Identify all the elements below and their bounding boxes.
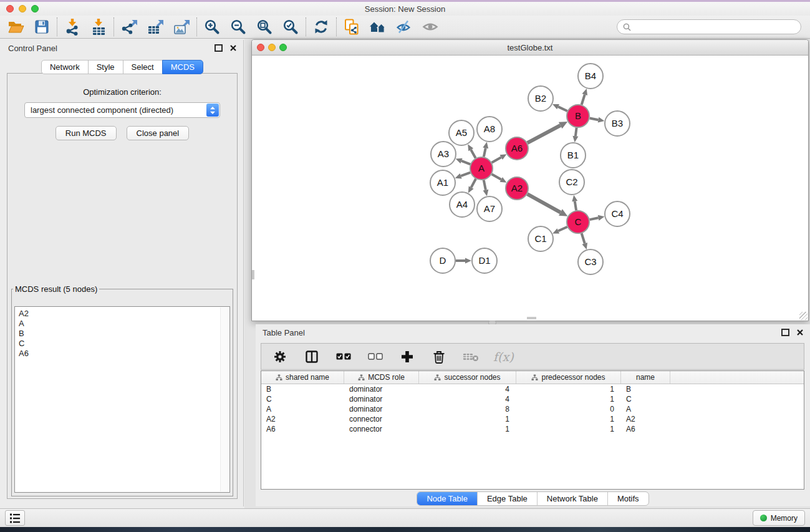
save-session-icon[interactable] <box>32 17 51 36</box>
zoom-fit-icon[interactable] <box>255 17 274 36</box>
hide-selected-eye-slash-icon[interactable] <box>395 17 413 36</box>
close-table-panel-icon[interactable] <box>797 329 803 336</box>
graph-node-c2[interactable]: C2 <box>559 170 584 195</box>
graph-edge-A-A2[interactable] <box>492 174 507 182</box>
network-canvas[interactable]: AA1A2A3A4A5A6A7A8BB1B2B3B4CC1C2C3C4DD1 <box>252 56 808 321</box>
table-row-c[interactable]: Cdominator41C <box>261 394 804 404</box>
graph-node-a8[interactable]: A8 <box>477 117 502 142</box>
graph-node-b3[interactable]: B3 <box>605 111 630 136</box>
graph-node-c3[interactable]: C3 <box>578 249 603 274</box>
search-field[interactable] <box>617 19 801 34</box>
table-row-a2[interactable]: A2connector11A2 <box>261 414 804 424</box>
graph-edge-C-C1[interactable] <box>552 227 567 234</box>
deselect-all-checkboxes-icon[interactable] <box>366 347 385 366</box>
cell-successor-nodes[interactable]: 8 <box>419 405 516 414</box>
close-panel-icon[interactable] <box>230 45 236 51</box>
cell-predecessor-nodes[interactable]: 0 <box>516 405 621 414</box>
column-header-predecessor-nodes[interactable]: predecessor nodes <box>516 371 621 384</box>
float-table-panel-icon[interactable] <box>781 329 789 336</box>
graph-node-d1[interactable]: D1 <box>472 248 497 273</box>
table-row-a[interactable]: Adominator80A <box>261 404 804 414</box>
cell-predecessor-nodes[interactable]: 1 <box>516 385 621 394</box>
graph-node-a3[interactable]: A3 <box>431 142 456 167</box>
graph-node-d[interactable]: D <box>430 248 455 273</box>
graph-edge-A-A6[interactable] <box>492 154 507 162</box>
open-session-icon[interactable] <box>6 17 25 36</box>
graph-edge-A-A7[interactable] <box>483 180 489 196</box>
graph-edge-A2-C[interactable] <box>528 194 568 216</box>
cell-shared-name[interactable]: B <box>261 385 344 394</box>
cell-shared-name[interactable]: C <box>261 395 344 404</box>
table-row-b[interactable]: Bdominator41B <box>261 384 804 394</box>
cell-predecessor-nodes[interactable]: 1 <box>516 415 621 423</box>
cell-successor-nodes[interactable]: 4 <box>419 395 516 404</box>
cell-successor-nodes[interactable]: 1 <box>419 415 516 423</box>
export-table-icon[interactable] <box>146 17 165 36</box>
cell-mcds-role[interactable]: dominator <box>344 395 419 404</box>
tab-motifs[interactable]: Motifs <box>607 492 648 505</box>
horizontal-scroll-indicator[interactable] <box>527 317 536 319</box>
export-network-icon[interactable] <box>120 17 138 36</box>
table-settings-gear-icon[interactable] <box>271 347 289 366</box>
graph-edge-B-B3[interactable] <box>590 117 605 123</box>
graph-node-b4[interactable]: B4 <box>578 64 603 89</box>
control-tab-mcds[interactable]: MCDS <box>162 60 203 74</box>
column-header-successor-nodes[interactable]: successor nodes <box>419 371 516 384</box>
task-history-button[interactable] <box>5 510 25 526</box>
graph-node-c4[interactable]: C4 <box>605 201 630 226</box>
cell-mcds-role[interactable]: connector <box>344 425 419 433</box>
cell-name[interactable]: B <box>621 385 670 394</box>
cell-mcds-role[interactable]: dominator <box>344 385 419 394</box>
import-network-icon[interactable] <box>63 17 82 36</box>
column-layout-icon[interactable] <box>302 347 321 366</box>
mcds-result-item-c[interactable]: C <box>19 339 226 349</box>
graph-node-b2[interactable]: B2 <box>528 86 553 111</box>
graph-edge-A6-B[interactable] <box>528 122 567 143</box>
graph-edge-B-B4[interactable] <box>582 89 587 105</box>
result-list-scrollbar[interactable] <box>220 307 229 491</box>
zoom-selected-icon[interactable] <box>281 17 300 36</box>
mcds-result-item-a6[interactable]: A6 <box>19 349 226 359</box>
network-minimize-button[interactable] <box>268 44 276 51</box>
zoom-out-icon[interactable] <box>229 17 248 36</box>
graph-node-b[interactable]: B <box>567 105 589 127</box>
mcds-result-item-a2[interactable]: A2 <box>19 309 226 319</box>
cell-name[interactable]: A2 <box>621 415 670 423</box>
graph-node-a5[interactable]: A5 <box>449 120 474 145</box>
cell-successor-nodes[interactable]: 1 <box>419 425 516 433</box>
cell-mcds-role[interactable]: dominator <box>344 405 419 414</box>
select-all-checkboxes-icon[interactable] <box>334 347 353 366</box>
optimization-criterion-select[interactable]: largest connected component (directed) <box>24 102 220 118</box>
cell-mcds-role[interactable]: connector <box>344 415 419 423</box>
graph-edge-D-D1[interactable] <box>456 258 471 264</box>
graph-node-a1[interactable]: A1 <box>430 170 455 195</box>
run-mcds-button[interactable]: Run MCDS <box>55 126 117 140</box>
graph-node-a6[interactable]: A6 <box>506 137 528 160</box>
mcds-result-item-a[interactable]: A <box>19 319 226 329</box>
clone-network-icon[interactable] <box>342 17 361 36</box>
graph-edge-C-C4[interactable] <box>590 215 605 221</box>
graph-node-c[interactable]: C <box>567 211 589 233</box>
graph-node-c1[interactable]: C1 <box>528 226 553 251</box>
graph-edge-A-A8[interactable] <box>483 142 488 157</box>
cell-shared-name[interactable]: A2 <box>261 415 344 423</box>
table-row-a6[interactable]: A6connector11A6 <box>261 424 804 434</box>
column-header-name[interactable]: name <box>621 371 670 384</box>
graph-edge-A-A5[interactable] <box>468 144 475 158</box>
column-header-mcds-role[interactable]: MCDS role <box>344 371 419 384</box>
control-tab-network[interactable]: Network <box>41 60 89 74</box>
cell-name[interactable]: A <box>621 405 670 414</box>
refresh-icon[interactable] <box>312 17 330 36</box>
cell-shared-name[interactable]: A <box>261 405 344 414</box>
tab-node-table[interactable]: Node Table <box>417 492 477 505</box>
cell-predecessor-nodes[interactable]: 1 <box>516 425 621 433</box>
cell-successor-nodes[interactable]: 4 <box>419 385 516 394</box>
zoom-in-icon[interactable] <box>203 17 221 36</box>
graph-node-a2[interactable]: A2 <box>506 177 528 200</box>
graph-edge-C-C3[interactable] <box>582 233 587 249</box>
show-selected-eye-icon[interactable] <box>421 17 440 36</box>
search-input[interactable] <box>635 22 795 32</box>
graph-node-a4[interactable]: A4 <box>450 192 475 217</box>
tab-network-table[interactable]: Network Table <box>537 492 607 505</box>
graph-edge-C-C2[interactable] <box>572 195 577 210</box>
